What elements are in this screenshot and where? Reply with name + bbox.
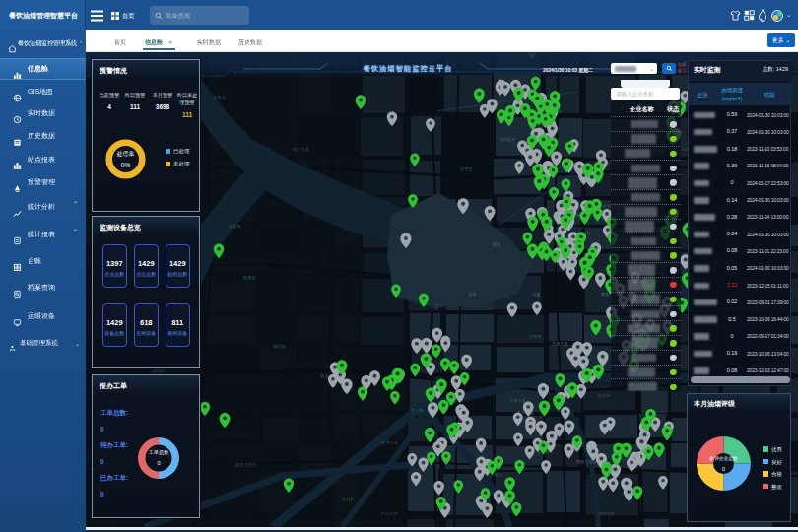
- svg-text:中心小学: 中心小学: [381, 511, 399, 516]
- svg-text:体育中心: 体育中心: [431, 304, 448, 309]
- svg-text:天地: 天地: [468, 292, 477, 297]
- svg-text:富民路: 富民路: [529, 334, 542, 339]
- svg-text:湖滨路: 湖滨路: [273, 344, 286, 349]
- svg-text:光明东路: 光明东路: [598, 511, 615, 516]
- svg-text:沪西大道: 沪西大道: [509, 398, 526, 403]
- svg-text:香洲天地: 香洲天地: [381, 440, 399, 445]
- svg-text:宝山路: 宝山路: [411, 408, 424, 413]
- svg-text:酒店: 酒店: [493, 242, 500, 247]
- svg-text:安置区: 安置区: [460, 166, 473, 171]
- svg-text:长青路: 长青路: [229, 224, 241, 229]
- svg-text:迎宾大道: 迎宾大道: [293, 147, 309, 152]
